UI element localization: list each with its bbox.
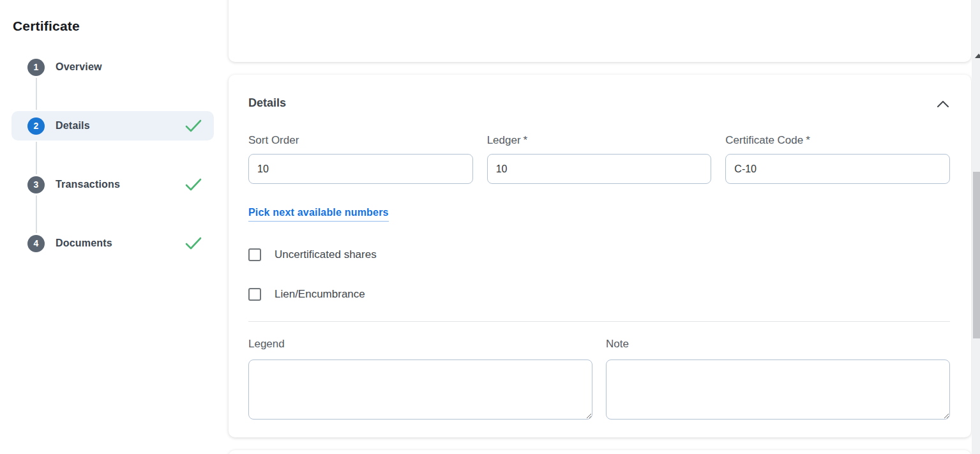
scroll-up-arrow-icon[interactable] <box>975 54 980 58</box>
step-label: Overview <box>56 61 102 73</box>
field-legend: Legend <box>248 338 592 422</box>
details-card-header: Details <box>248 96 950 111</box>
vertical-scrollbar-thumb[interactable] <box>973 172 980 338</box>
step-connector-line <box>36 195 37 233</box>
checkbox[interactable] <box>248 288 261 301</box>
legend-textarea[interactable] <box>248 359 592 420</box>
step-item-transactions[interactable]: 3 Transactions <box>11 170 214 199</box>
step-item-overview[interactable]: 1 Overview <box>11 52 214 82</box>
sort-order-input[interactable] <box>248 154 473 184</box>
step-connector-line <box>36 78 37 110</box>
field-label: Certificate Code* <box>725 134 950 147</box>
section-title: Details <box>248 96 286 110</box>
required-marker: * <box>806 134 810 146</box>
field-note: Note <box>606 338 950 422</box>
step-label: Transactions <box>56 179 120 190</box>
note-textarea[interactable] <box>606 359 950 420</box>
pick-next-available-numbers-link[interactable]: Pick next available numbers <box>248 207 389 222</box>
chevron-up-icon[interactable] <box>936 97 950 111</box>
page-title: Certificate <box>13 19 80 34</box>
lien-encumbrance-checkbox-row[interactable]: Lien/Encumbrance <box>248 288 950 301</box>
details-section-card: Details Sort Order Ledger* Certificate C… <box>229 75 971 437</box>
step-navigation: 1 Overview 2 Details 3 Transactions 4 Do… <box>11 52 214 263</box>
step-label: Details <box>56 120 90 132</box>
field-label: Sort Order <box>248 134 473 147</box>
checkbox[interactable] <box>248 248 261 261</box>
field-ledger: Ledger* <box>487 134 712 184</box>
step-label: Documents <box>56 238 112 249</box>
step-number-badge: 1 <box>27 59 45 76</box>
step-item-details[interactable]: 2 Details <box>11 111 214 140</box>
certificate-code-input[interactable] <box>725 154 950 184</box>
previous-section-card <box>229 0 971 62</box>
field-label: Legend <box>248 338 592 351</box>
field-certificate-code: Certificate Code* <box>725 134 950 184</box>
textarea-fields-row: Legend Note <box>248 338 950 422</box>
required-marker: * <box>524 134 528 146</box>
field-sort-order: Sort Order <box>248 134 473 184</box>
checkbox-label: Lien/Encumbrance <box>275 288 365 301</box>
check-icon <box>185 178 202 191</box>
section-divider <box>248 321 950 322</box>
checkbox-label: Uncertificated shares <box>275 248 377 261</box>
step-item-documents[interactable]: 4 Documents <box>11 229 214 258</box>
step-number-badge: 4 <box>27 235 45 252</box>
step-number-badge: 3 <box>27 176 45 193</box>
next-section-card <box>229 450 971 454</box>
form-fields-row: Sort Order Ledger* Certificate Code* <box>248 134 950 184</box>
uncertificated-shares-checkbox-row[interactable]: Uncertificated shares <box>248 248 950 261</box>
step-number-badge: 2 <box>27 117 45 135</box>
check-icon <box>185 237 202 250</box>
field-label: Note <box>606 338 950 351</box>
check-icon <box>185 119 202 132</box>
ledger-input[interactable] <box>487 154 712 184</box>
field-label: Ledger* <box>487 134 712 147</box>
